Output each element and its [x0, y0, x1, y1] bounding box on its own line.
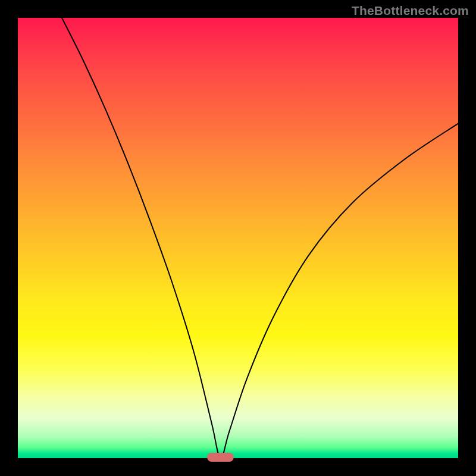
chart-frame: TheBottleneck.com [0, 0, 476, 476]
bottleneck-curve [62, 18, 458, 458]
watermark-text: TheBottleneck.com [352, 4, 469, 18]
plot-area [18, 18, 458, 458]
trough-marker [207, 453, 233, 462]
curve-svg [18, 18, 458, 458]
